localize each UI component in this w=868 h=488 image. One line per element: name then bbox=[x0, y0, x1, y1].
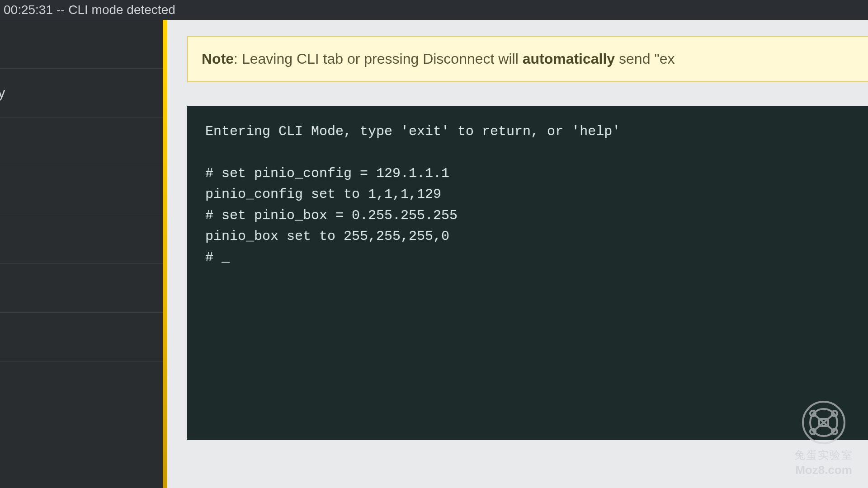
log-bar: 00:25:31 -- CLI mode detected bbox=[0, 0, 868, 20]
cli-line: # set pinio_config = 129.1.1.1 bbox=[205, 166, 449, 181]
watermark: 兔蛋实验室 Moz8.com bbox=[792, 400, 855, 477]
note-emphasis: automatically bbox=[523, 51, 615, 67]
sidebar-item-configuration[interactable]: ation bbox=[0, 20, 163, 69]
main-panel: Note: Leaving CLI tab or pressing Discon… bbox=[167, 20, 868, 488]
cli-banner: Entering CLI Mode, type 'exit' to return… bbox=[205, 124, 620, 139]
cli-terminal[interactable]: Entering CLI Mode, type 'exit' to return… bbox=[187, 106, 868, 440]
accent-bar bbox=[163, 20, 167, 488]
sidebar-item-modes[interactable]: s bbox=[0, 215, 163, 264]
cli-line: # set pinio_box = 0.255.255.255 bbox=[205, 208, 458, 223]
sidebar: ation & Battery ning er s ors D Strip bbox=[0, 20, 163, 488]
watermark-text-cn: 兔蛋实验室 bbox=[792, 448, 855, 462]
cli-prompt: # bbox=[205, 250, 230, 265]
sidebar-item-label: & Battery bbox=[0, 84, 5, 101]
app-root: 00:25:31 -- CLI mode detected ation & Ba… bbox=[0, 0, 868, 488]
sidebar-item-motors[interactable]: ors bbox=[0, 264, 163, 313]
sidebar-item-pid-tuning[interactable]: ning bbox=[0, 117, 163, 166]
sidebar-item-receiver[interactable]: er bbox=[0, 166, 163, 215]
watermark-url: Moz8.com bbox=[792, 463, 855, 477]
cli-note: Note: Leaving CLI tab or pressing Discon… bbox=[187, 36, 868, 82]
note-prefix: Note bbox=[202, 51, 234, 67]
drone-icon bbox=[792, 400, 855, 445]
sidebar-item-power-battery[interactable]: & Battery bbox=[0, 69, 163, 117]
note-body-after: send "ex bbox=[615, 51, 675, 67]
note-body-before: : Leaving CLI tab or pressing Disconnect… bbox=[234, 51, 523, 67]
sidebar-item-led-strip[interactable]: D Strip bbox=[0, 313, 163, 361]
cli-line: pinio_config set to 1,1,1,129 bbox=[205, 187, 441, 202]
cli-line: pinio_box set to 255,255,255,0 bbox=[205, 229, 449, 244]
log-line: 00:25:31 -- CLI mode detected bbox=[4, 3, 175, 17]
